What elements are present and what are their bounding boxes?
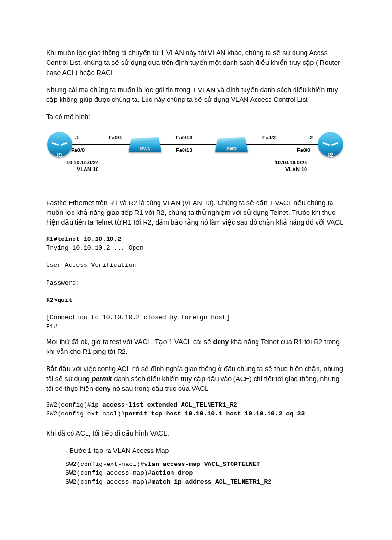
document-page: Khi muốn lọc giao thông di chuyển từ 1 V… [0, 0, 392, 521]
switch-sw2-icon: SW2 [215, 140, 248, 151]
switch-sw1-label: SW1 [129, 146, 161, 151]
paragraph-7: Khi đã có ACL, tôi tiếp đi cấu hình VACL… [46, 428, 346, 438]
router-r1-icon: R1 [47, 132, 72, 157]
label-fa00-right: Fa0/0 [297, 147, 310, 153]
link-r1-sw1 [69, 144, 130, 145]
label-fa02: Fa0/2 [262, 135, 276, 140]
label-vlan-left: VLAN 10 [77, 166, 98, 172]
paragraph-5: Mọi thứ đã ok, giờ ta test với VACL. Tạo… [46, 337, 346, 357]
label-fa00-left: Fa0/0 [71, 147, 85, 153]
paragraph-6: Bắt đầu với việc config ACL nó sẽ định n… [46, 364, 346, 393]
paragraph-1: Khi muốn lọc giao thông di chuyển từ 1 V… [46, 48, 346, 77]
terminal-block-1: R1#telnet 10.10.10.2 Trying 10.10.10.2 .… [46, 235, 346, 331]
paragraph-3: Ta có mô hình: [46, 112, 346, 122]
paragraph-4: Fasthe Ethernet trên R1 và R2 là cùng VL… [46, 198, 346, 227]
switch-sw1-icon: SW1 [128, 140, 161, 151]
terminal-block-2: SW2(config)#ip access-list extended ACL_… [46, 401, 346, 418]
label-ip1: .1 [75, 135, 79, 140]
label-net-left: 10.10.10.0/24 [66, 160, 98, 165]
label-fa01: Fa0/1 [109, 135, 122, 140]
label-ip2: .2 [308, 135, 313, 140]
label-fa013-top: Fa0/13 [176, 135, 192, 140]
label-vlan-right: VLAN 10 [285, 166, 307, 172]
switch-sw2-label: SW2 [215, 146, 248, 151]
terminal-block-3: SW2(config-ext-nacl)#vlan access-map VAC… [65, 460, 346, 487]
link-sw2-r2 [245, 144, 319, 145]
bullet-step-1: - Bước 1 tạo ra VLAN Access Map [65, 446, 346, 455]
network-diagram: R1 SW1 SW2 R2 .1 Fa0/1 Fa0/0 Fa0/13 Fa0/… [46, 132, 346, 185]
paragraph-2: Nhưng cái mà chúng ta muốn là lọc gói ti… [46, 85, 346, 105]
router-r2-label: R2 [318, 152, 343, 158]
link-sw1-sw2 [159, 144, 216, 145]
router-r1-label: R1 [47, 152, 72, 158]
label-fa013-bot: Fa0/13 [176, 147, 192, 153]
label-net-right: 10.10.10.0/24 [275, 160, 307, 165]
router-r2-icon: R2 [318, 132, 343, 157]
